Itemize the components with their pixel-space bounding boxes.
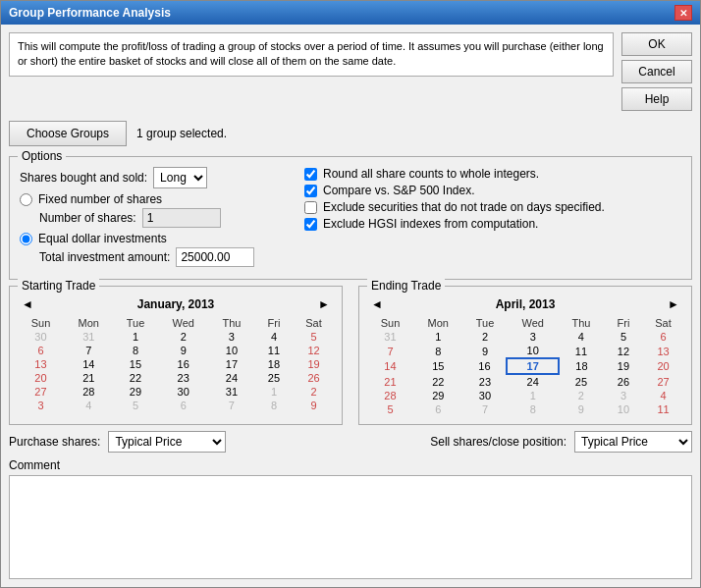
calendar-day[interactable]: 25	[254, 371, 294, 385]
calendar-day[interactable]: 29	[114, 385, 158, 399]
ending-trade-next[interactable]: ►	[664, 296, 683, 312]
choose-groups-button[interactable]: Choose Groups	[9, 121, 127, 146]
calendar-day[interactable]: 2	[463, 330, 508, 344]
shares-select[interactable]: Long Short	[153, 167, 207, 188]
calendar-day[interactable]: 20	[643, 358, 683, 374]
calendar-day[interactable]: 1	[254, 385, 294, 399]
calendar-day[interactable]: 16	[463, 358, 508, 374]
calendar-day[interactable]: 15	[114, 357, 158, 371]
calendar-day[interactable]: 18	[559, 358, 604, 374]
calendar-day[interactable]: 23	[463, 374, 508, 389]
calendar-day[interactable]: 11	[559, 344, 604, 358]
calendar-day[interactable]: 5	[604, 330, 643, 344]
calendar-day[interactable]: 14	[64, 357, 114, 371]
calendar-day[interactable]: 12	[604, 344, 643, 358]
fixed-shares-radio[interactable]	[20, 193, 32, 206]
calendar-day[interactable]: 27	[643, 374, 683, 389]
calendar-day[interactable]: 4	[254, 330, 294, 344]
calendar-day[interactable]: 10	[507, 344, 559, 358]
help-button[interactable]: Help	[621, 87, 692, 111]
calendar-day[interactable]: 4	[559, 330, 604, 344]
calendar-day[interactable]: 21	[64, 371, 114, 385]
calendar-day[interactable]: 9	[463, 344, 508, 358]
calendar-day[interactable]: 19	[604, 358, 643, 374]
calendar-day[interactable]: 6	[413, 402, 463, 416]
compare-sp500-checkbox[interactable]	[304, 185, 317, 197]
calendar-day[interactable]: 26	[294, 371, 334, 385]
calendar-day[interactable]: 6	[643, 330, 683, 344]
calendar-day[interactable]: 2	[559, 389, 604, 402]
calendar-day[interactable]: 30	[463, 389, 508, 402]
calendar-day[interactable]: 8	[254, 399, 294, 412]
calendar-day[interactable]: 5	[114, 399, 158, 412]
calendar-day[interactable]: 30	[157, 385, 209, 399]
calendar-day[interactable]: 6	[18, 344, 64, 357]
calendar-day[interactable]: 29	[413, 389, 463, 402]
calendar-day[interactable]: 28	[64, 385, 114, 399]
calendar-day[interactable]: 23	[157, 371, 209, 385]
starting-trade-prev[interactable]: ◄	[18, 296, 37, 312]
calendar-day[interactable]: 20	[18, 371, 64, 385]
ending-trade-prev[interactable]: ◄	[367, 296, 387, 312]
exclude-securities-checkbox[interactable]	[304, 201, 317, 214]
calendar-day[interactable]: 9	[294, 399, 334, 412]
calendar-day[interactable]: 22	[114, 371, 158, 385]
exclude-hgsi-checkbox[interactable]	[304, 218, 317, 231]
calendar-day[interactable]: 7	[463, 402, 508, 416]
calendar-day[interactable]: 8	[114, 344, 158, 357]
calendar-day[interactable]: 26	[604, 374, 643, 389]
starting-trade-next[interactable]: ►	[314, 296, 334, 312]
calendar-day[interactable]: 28	[367, 389, 413, 402]
equal-dollar-radio[interactable]	[20, 233, 32, 245]
sell-shares-select[interactable]: Typical Price Open Price Close Price	[574, 431, 692, 453]
calendar-day[interactable]: 1	[114, 330, 158, 344]
calendar-day[interactable]: 5	[294, 330, 334, 344]
calendar-day[interactable]: 18	[254, 357, 294, 371]
comment-textarea[interactable]	[9, 475, 692, 579]
calendar-day[interactable]: 13	[643, 344, 683, 358]
calendar-day[interactable]: 31	[209, 385, 254, 399]
calendar-day[interactable]: 3	[18, 399, 64, 412]
round-integers-checkbox[interactable]	[304, 168, 317, 181]
calendar-day[interactable]: 25	[559, 374, 604, 389]
total-investment-input[interactable]	[176, 247, 254, 267]
calendar-day[interactable]: 10	[604, 402, 643, 416]
calendar-day[interactable]: 11	[254, 344, 294, 357]
calendar-day[interactable]: 31	[367, 330, 413, 344]
calendar-day[interactable]: 8	[507, 402, 559, 416]
calendar-day[interactable]: 8	[413, 344, 463, 358]
calendar-day[interactable]: 17	[209, 357, 254, 371]
calendar-day[interactable]: 14	[367, 358, 413, 374]
calendar-day[interactable]: 7	[367, 344, 413, 358]
calendar-day[interactable]: 3	[507, 330, 559, 344]
cancel-button[interactable]: Cancel	[621, 60, 692, 83]
calendar-day[interactable]: 11	[643, 402, 683, 416]
number-of-shares-input[interactable]	[142, 208, 221, 228]
calendar-day[interactable]: 30	[18, 330, 64, 344]
calendar-day[interactable]: 24	[209, 371, 254, 385]
close-button[interactable]: ✕	[674, 5, 692, 21]
calendar-day[interactable]: 2	[157, 330, 209, 344]
calendar-day[interactable]: 19	[294, 357, 334, 371]
calendar-day[interactable]: 7	[64, 344, 114, 357]
calendar-day[interactable]: 3	[209, 330, 254, 344]
calendar-day[interactable]: 6	[157, 399, 209, 412]
calendar-day[interactable]: 4	[643, 389, 683, 402]
calendar-day[interactable]: 5	[367, 402, 413, 416]
calendar-day[interactable]: 4	[64, 399, 114, 412]
calendar-day[interactable]: 9	[559, 402, 604, 416]
calendar-day[interactable]: 10	[209, 344, 254, 357]
calendar-day[interactable]: 3	[604, 389, 643, 402]
calendar-day[interactable]: 16	[157, 357, 209, 371]
ok-button[interactable]: OK	[621, 32, 692, 56]
calendar-day[interactable]: 9	[157, 344, 209, 357]
calendar-day[interactable]: 21	[367, 374, 413, 389]
calendar-day[interactable]: 15	[413, 358, 463, 374]
calendar-day[interactable]: 22	[413, 374, 463, 389]
calendar-day[interactable]: 2	[294, 385, 334, 399]
calendar-day[interactable]: 24	[507, 374, 559, 389]
calendar-day[interactable]: 12	[294, 344, 334, 357]
calendar-day[interactable]: 7	[209, 399, 254, 412]
calendar-day[interactable]: 31	[64, 330, 114, 344]
calendar-day[interactable]: 17	[507, 358, 559, 374]
